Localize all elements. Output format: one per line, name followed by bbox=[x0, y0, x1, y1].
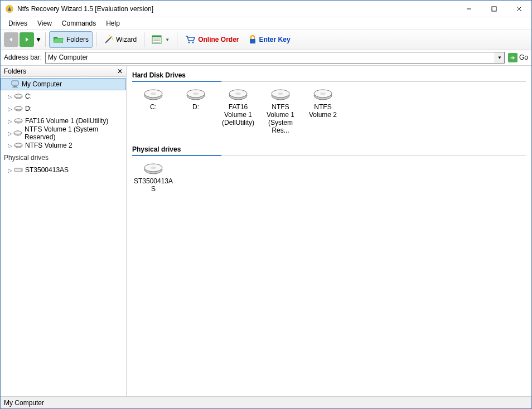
tree-volume-ntfs2[interactable]: ▷ NTFS Volume 2 bbox=[1, 139, 126, 152]
svg-rect-2 bbox=[492, 7, 496, 11]
expand-icon[interactable]: ▷ bbox=[6, 118, 14, 124]
svg-point-34 bbox=[151, 92, 156, 95]
svg-point-27 bbox=[14, 131, 22, 134]
window-title: Ntfs Recovery Wizard 1.5 [Evaluation ver… bbox=[17, 5, 456, 13]
svg-point-7 bbox=[109, 35, 110, 36]
menu-view[interactable]: View bbox=[33, 18, 56, 28]
go-button[interactable]: ➔ Go bbox=[508, 52, 528, 64]
svg-point-31 bbox=[21, 169, 22, 171]
cart-icon bbox=[185, 35, 196, 44]
tree-physical-drive[interactable]: ▷ ST3500413AS bbox=[1, 164, 126, 176]
online-order-button[interactable]: Online Order bbox=[181, 31, 243, 48]
tree-drive-c[interactable]: ▷ C: bbox=[1, 90, 126, 103]
nav-history-dropdown[interactable]: ▼ bbox=[35, 36, 42, 43]
svg-point-8 bbox=[112, 38, 113, 40]
physical-items: ST3500413AS bbox=[132, 159, 526, 195]
statusbar: My Computer bbox=[1, 396, 531, 408]
computer-icon bbox=[11, 80, 20, 89]
drive-c-item[interactable]: C: bbox=[132, 85, 175, 137]
svg-point-15 bbox=[192, 42, 194, 43]
svg-point-29 bbox=[14, 143, 22, 147]
padlock-icon bbox=[248, 35, 257, 45]
volume-ntfs2-item[interactable]: NTFS Volume 2 bbox=[302, 85, 344, 137]
hdd-icon bbox=[14, 141, 23, 150]
address-label: Address bar: bbox=[4, 53, 42, 61]
content-area: Hard Disk Drives C: D: FAT16 Volume 1 (D… bbox=[127, 66, 531, 396]
svg-line-5 bbox=[105, 37, 111, 43]
hdd-icon bbox=[186, 87, 206, 101]
svg-point-25 bbox=[14, 119, 22, 122]
hdd-icon bbox=[14, 92, 23, 101]
drive-d-item[interactable]: D: bbox=[175, 85, 217, 137]
address-combo[interactable]: ▼ bbox=[45, 52, 505, 64]
hdd-icon bbox=[13, 129, 22, 138]
physical-drive-icon bbox=[143, 162, 163, 175]
svg-point-37 bbox=[193, 92, 199, 95]
tree-root-my-computer[interactable]: My Computer bbox=[1, 78, 126, 90]
menu-commands[interactable]: Commands bbox=[57, 18, 100, 28]
tree-drive-d[interactable]: ▷ D: bbox=[1, 103, 126, 115]
hdd-section-header: Hard Disk Drives bbox=[132, 68, 526, 82]
address-input[interactable] bbox=[46, 52, 495, 63]
svg-rect-16 bbox=[250, 39, 255, 43]
expand-icon[interactable]: ▷ bbox=[6, 94, 14, 100]
svg-point-43 bbox=[278, 92, 283, 95]
physical-drive-icon bbox=[14, 165, 23, 174]
svg-rect-17 bbox=[12, 81, 18, 85]
back-button[interactable] bbox=[4, 32, 18, 47]
minimize-button[interactable] bbox=[456, 1, 481, 17]
hdd-icon bbox=[313, 87, 333, 101]
hdd-icon bbox=[14, 104, 23, 113]
forward-button[interactable] bbox=[20, 32, 34, 47]
svg-point-49 bbox=[151, 167, 156, 169]
folders-panel: Folders ✕ My Computer ▷ C: ▷ D: bbox=[1, 66, 127, 396]
address-dropdown[interactable]: ▼ bbox=[495, 52, 504, 63]
go-arrow-icon: ➔ bbox=[508, 53, 518, 62]
view-mode-button[interactable]: ▼ bbox=[148, 31, 173, 48]
folder-open-icon bbox=[53, 35, 64, 44]
hdd-items: C: D: FAT16 Volume 1 (DellUtility) NTFS … bbox=[132, 85, 526, 137]
svg-point-14 bbox=[188, 42, 190, 43]
svg-point-23 bbox=[14, 106, 22, 110]
status-text: My Computer bbox=[4, 399, 44, 407]
hdd-icon bbox=[270, 87, 291, 101]
address-bar-row: Address bar: ▼ ➔ Go bbox=[1, 50, 531, 65]
folders-panel-header: Folders ✕ bbox=[1, 66, 126, 77]
svg-point-6 bbox=[110, 36, 112, 38]
wizard-button[interactable]: Wizard bbox=[100, 31, 141, 48]
volume-fat16-item[interactable]: FAT16 Volume 1 (DellUtility) bbox=[217, 85, 259, 137]
folder-tree: My Computer ▷ C: ▷ D: ▷ FAT16 Volume 1 (… bbox=[1, 77, 126, 396]
svg-rect-19 bbox=[12, 87, 18, 87]
hdd-icon bbox=[14, 116, 23, 125]
wand-icon bbox=[104, 35, 114, 45]
close-button[interactable] bbox=[506, 1, 531, 17]
titlebar: Ntfs Recovery Wizard 1.5 [Evaluation ver… bbox=[1, 1, 531, 17]
expand-icon[interactable]: ▷ bbox=[6, 143, 14, 149]
menu-drives[interactable]: Drives bbox=[4, 18, 32, 28]
app-icon bbox=[5, 4, 14, 13]
enter-key-button[interactable]: Enter Key bbox=[244, 31, 294, 48]
maximize-button[interactable] bbox=[481, 1, 506, 17]
hdd-icon bbox=[228, 87, 248, 101]
menu-help[interactable]: Help bbox=[101, 18, 124, 28]
expand-icon[interactable]: ▷ bbox=[6, 106, 14, 112]
svg-point-40 bbox=[235, 92, 241, 95]
physical-drive-item[interactable]: ST3500413AS bbox=[132, 159, 175, 195]
expand-icon[interactable]: ▷ bbox=[6, 167, 14, 173]
svg-point-21 bbox=[14, 94, 22, 98]
svg-point-46 bbox=[320, 92, 326, 95]
expand-icon[interactable]: ▷ bbox=[6, 130, 13, 137]
menubar: Drives View Commands Help bbox=[1, 17, 531, 30]
svg-rect-18 bbox=[13, 86, 17, 87]
list-view-icon bbox=[152, 35, 162, 44]
volume-ntfs1-item[interactable]: NTFS Volume 1 (System Res... bbox=[259, 85, 302, 137]
tree-physical-header: Physical drives bbox=[1, 152, 126, 164]
folders-button[interactable]: Folders bbox=[49, 31, 93, 48]
toolbar: ▼ Folders Wizard ▼ Online Order Enter Ke… bbox=[1, 30, 531, 50]
hdd-icon bbox=[143, 87, 163, 101]
physical-section-header: Physical drives bbox=[132, 142, 526, 156]
tree-volume-ntfs1[interactable]: ▷ NTFS Volume 1 (System Reserved) bbox=[1, 127, 126, 139]
svg-rect-10 bbox=[152, 36, 161, 37]
folders-panel-close[interactable]: ✕ bbox=[117, 67, 123, 75]
